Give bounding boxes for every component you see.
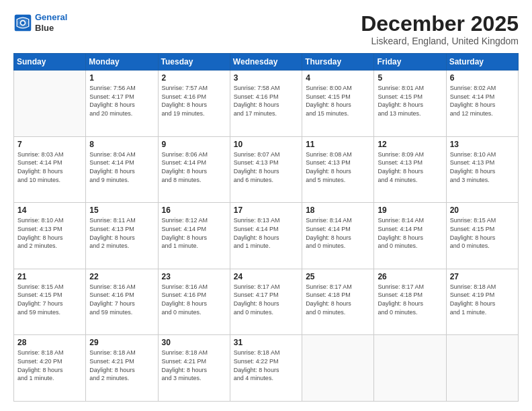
calendar-cell: 5Sunrise: 8:01 AM Sunset: 4:15 PM Daylig… [374,71,446,137]
calendar-cell: 30Sunrise: 8:18 AM Sunset: 4:21 PM Dayli… [158,335,230,402]
day-info: Sunrise: 8:17 AM Sunset: 4:18 PM Dayligh… [306,283,370,316]
calendar-cell: 13Sunrise: 8:10 AM Sunset: 4:13 PM Dayli… [446,136,518,203]
calendar-day-header: Saturday [446,54,518,71]
calendar-cell: 28Sunrise: 8:18 AM Sunset: 4:20 PM Dayli… [14,335,86,402]
calendar-day-header: Tuesday [158,54,230,71]
calendar-day-header: Friday [374,54,446,71]
calendar-cell: 9Sunrise: 8:06 AM Sunset: 4:14 PM Daylig… [158,136,230,203]
day-info: Sunrise: 8:10 AM Sunset: 4:13 PM Dayligh… [17,216,82,250]
calendar-cell: 16Sunrise: 8:12 AM Sunset: 4:14 PM Dayli… [158,203,230,269]
calendar-week-row: 1Sunrise: 7:56 AM Sunset: 4:17 PM Daylig… [14,71,519,137]
day-number: 1 [89,73,154,83]
calendar-cell: 20Sunrise: 8:15 AM Sunset: 4:15 PM Dayli… [446,203,518,269]
day-info: Sunrise: 8:03 AM Sunset: 4:14 PM Dayligh… [17,150,82,184]
calendar-cell: 6Sunrise: 8:02 AM Sunset: 4:14 PM Daylig… [446,71,518,137]
day-info: Sunrise: 8:10 AM Sunset: 4:13 PM Dayligh… [450,150,515,184]
calendar-cell: 1Sunrise: 7:56 AM Sunset: 4:17 PM Daylig… [86,71,158,137]
logo: General Blue [13,12,67,33]
day-number: 26 [378,272,442,281]
day-number: 17 [234,205,298,215]
day-number: 13 [450,140,515,149]
calendar-cell: 25Sunrise: 8:17 AM Sunset: 4:18 PM Dayli… [302,269,374,335]
day-number: 16 [162,205,226,215]
day-number: 7 [17,140,82,149]
day-number: 9 [162,140,226,149]
calendar-cell: 21Sunrise: 8:15 AM Sunset: 4:15 PM Dayli… [14,269,86,335]
subtitle: Liskeard, England, United Kingdom [361,36,519,46]
calendar-cell [446,335,518,402]
calendar-cell [374,335,446,402]
day-info: Sunrise: 8:02 AM Sunset: 4:14 PM Dayligh… [450,84,515,118]
calendar-cell: 27Sunrise: 8:18 AM Sunset: 4:19 PM Dayli… [446,269,518,335]
day-number: 24 [234,272,298,281]
day-number: 10 [234,140,298,149]
calendar-cell: 31Sunrise: 8:18 AM Sunset: 4:22 PM Dayli… [230,335,302,402]
day-number: 31 [234,338,298,347]
calendar-cell: 7Sunrise: 8:03 AM Sunset: 4:14 PM Daylig… [14,136,86,203]
day-number: 11 [306,140,370,149]
day-number: 3 [234,73,298,83]
calendar-cell: 17Sunrise: 8:13 AM Sunset: 4:14 PM Dayli… [230,203,302,269]
day-info: Sunrise: 8:15 AM Sunset: 4:15 PM Dayligh… [17,283,82,316]
day-info: Sunrise: 8:04 AM Sunset: 4:14 PM Dayligh… [89,150,154,184]
day-number: 4 [306,73,370,83]
day-info: Sunrise: 8:17 AM Sunset: 4:18 PM Dayligh… [378,283,442,316]
calendar-cell: 3Sunrise: 7:58 AM Sunset: 4:16 PM Daylig… [230,71,302,137]
day-number: 30 [162,338,226,347]
day-info: Sunrise: 8:07 AM Sunset: 4:13 PM Dayligh… [234,150,298,184]
day-info: Sunrise: 8:06 AM Sunset: 4:14 PM Dayligh… [162,150,226,184]
calendar-day-header: Wednesday [230,54,302,71]
calendar-cell: 12Sunrise: 8:09 AM Sunset: 4:13 PM Dayli… [374,136,446,203]
day-number: 28 [17,338,82,347]
header: General Blue December 2025 Liskeard, Eng… [13,12,519,46]
day-info: Sunrise: 8:16 AM Sunset: 4:16 PM Dayligh… [89,283,154,316]
day-info: Sunrise: 8:18 AM Sunset: 4:22 PM Dayligh… [234,349,298,382]
day-info: Sunrise: 8:18 AM Sunset: 4:20 PM Dayligh… [17,349,82,382]
calendar-cell [14,71,86,137]
calendar-body: 1Sunrise: 7:56 AM Sunset: 4:17 PM Daylig… [14,71,519,402]
calendar-cell: 15Sunrise: 8:11 AM Sunset: 4:13 PM Dayli… [86,203,158,269]
logo-icon [13,13,32,32]
calendar-cell [302,335,374,402]
calendar-week-row: 21Sunrise: 8:15 AM Sunset: 4:15 PM Dayli… [14,269,519,335]
calendar-day-header: Monday [86,54,158,71]
day-info: Sunrise: 8:15 AM Sunset: 4:15 PM Dayligh… [450,216,515,250]
day-number: 22 [89,272,154,281]
day-info: Sunrise: 8:09 AM Sunset: 4:13 PM Dayligh… [378,150,442,184]
calendar-cell: 11Sunrise: 8:08 AM Sunset: 4:13 PM Dayli… [302,136,374,203]
calendar-week-row: 7Sunrise: 8:03 AM Sunset: 4:14 PM Daylig… [14,136,519,203]
day-number: 25 [306,272,370,281]
day-number: 14 [17,205,82,215]
calendar-cell: 14Sunrise: 8:10 AM Sunset: 4:13 PM Dayli… [14,203,86,269]
calendar-cell: 4Sunrise: 8:00 AM Sunset: 4:15 PM Daylig… [302,71,374,137]
day-number: 18 [306,205,370,215]
calendar-cell: 18Sunrise: 8:14 AM Sunset: 4:14 PM Dayli… [302,203,374,269]
calendar-day-header: Thursday [302,54,374,71]
title-area: December 2025 Liskeard, England, United … [361,12,519,46]
day-info: Sunrise: 8:18 AM Sunset: 4:21 PM Dayligh… [89,349,154,382]
day-number: 23 [162,272,226,281]
day-number: 12 [378,140,442,149]
day-info: Sunrise: 8:17 AM Sunset: 4:17 PM Dayligh… [234,283,298,316]
day-info: Sunrise: 8:00 AM Sunset: 4:15 PM Dayligh… [306,84,370,118]
calendar-cell: 8Sunrise: 8:04 AM Sunset: 4:14 PM Daylig… [86,136,158,203]
calendar-week-row: 28Sunrise: 8:18 AM Sunset: 4:20 PM Dayli… [14,335,519,402]
calendar-cell: 10Sunrise: 8:07 AM Sunset: 4:13 PM Dayli… [230,136,302,203]
day-info: Sunrise: 8:12 AM Sunset: 4:14 PM Dayligh… [162,216,226,250]
day-number: 2 [162,73,226,83]
svg-point-3 [21,21,24,24]
calendar-cell: 29Sunrise: 8:18 AM Sunset: 4:21 PM Dayli… [86,335,158,402]
logo-text: General Blue [35,12,67,33]
day-number: 8 [89,140,154,149]
day-number: 5 [378,73,442,83]
day-info: Sunrise: 7:58 AM Sunset: 4:16 PM Dayligh… [234,84,298,118]
calendar-cell: 24Sunrise: 8:17 AM Sunset: 4:17 PM Dayli… [230,269,302,335]
day-info: Sunrise: 8:01 AM Sunset: 4:15 PM Dayligh… [378,84,442,118]
day-number: 15 [89,205,154,215]
day-info: Sunrise: 7:56 AM Sunset: 4:17 PM Dayligh… [89,84,154,118]
day-info: Sunrise: 8:13 AM Sunset: 4:14 PM Dayligh… [234,216,298,250]
day-number: 27 [450,272,515,281]
calendar-header-row: SundayMondayTuesdayWednesdayThursdayFrid… [14,54,519,71]
calendar-cell: 23Sunrise: 8:16 AM Sunset: 4:16 PM Dayli… [158,269,230,335]
day-info: Sunrise: 8:11 AM Sunset: 4:13 PM Dayligh… [89,216,154,250]
